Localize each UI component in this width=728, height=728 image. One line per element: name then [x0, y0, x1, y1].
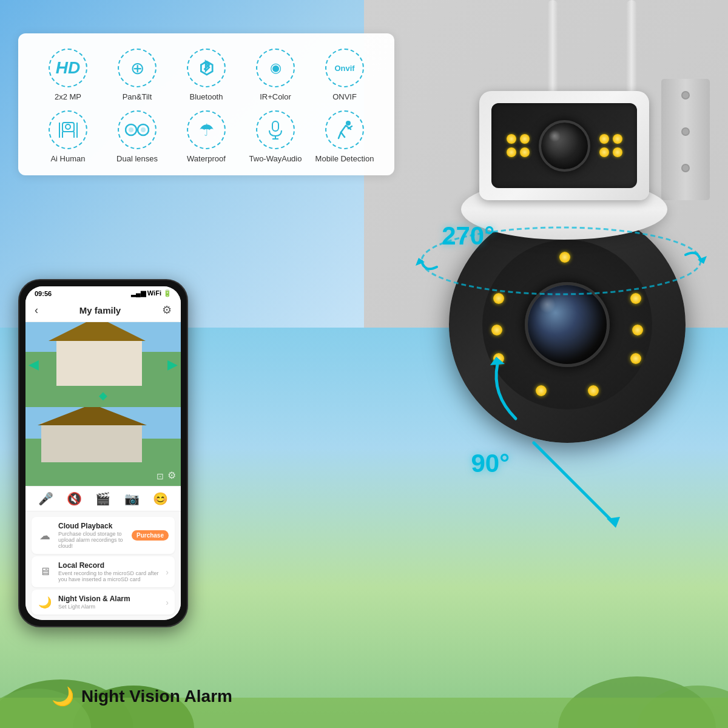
- led-3: [507, 147, 516, 157]
- mobile-detection-icon-circle: [325, 110, 364, 149]
- settings-gear-icon[interactable]: ⚙: [162, 303, 172, 317]
- led-1: [507, 134, 516, 144]
- local-record-item[interactable]: 🖥 Local Record Event recording to the mi…: [32, 556, 175, 587]
- feature-mobile-detection: Mobile Detection: [313, 110, 376, 163]
- feed-settings-icon[interactable]: ⚙: [167, 470, 176, 481]
- phone-screen: 09:56 ▂▄▆ WiFi 🔋 ‹ My family ⚙ ◀ ▶ ◆: [25, 286, 181, 620]
- ai-human-icon-circle: [49, 110, 87, 149]
- running-person-icon: [335, 120, 354, 140]
- volume-control-icon[interactable]: 🔇: [67, 491, 82, 506]
- cloud-playback-item[interactable]: ☁ Cloud Playback Purchase cloud storage …: [32, 517, 175, 554]
- led-4: [520, 147, 530, 157]
- led-6: [613, 134, 622, 144]
- record-control-icon[interactable]: 🎬: [95, 491, 110, 506]
- dual-lenses-icon-circle: [118, 110, 157, 149]
- phone-menu: ☁ Cloud Playback Purchase cloud storage …: [25, 511, 181, 620]
- waterproof-icon-circle: ☂: [187, 110, 226, 149]
- ir-color-icon-circle: ◉: [256, 49, 295, 87]
- hd-icon-circle: HD: [49, 49, 87, 87]
- rotation-270-label: 270°: [442, 221, 494, 251]
- photo-control-icon[interactable]: 📷: [124, 491, 140, 506]
- onvif-icon: Onvif: [334, 64, 354, 73]
- ir-color-label: IR+Color: [260, 92, 291, 101]
- hd-icon-label: HD: [56, 59, 80, 76]
- svg-line-22: [341, 132, 345, 137]
- wall-bracket: [661, 79, 710, 200]
- back-arrow-icon[interactable]: ‹: [35, 304, 38, 317]
- cloud-playback-text: Cloud Playback Purchase cloud storage to…: [58, 522, 126, 549]
- feature-bluetooth: ⬡ Bluetooth: [175, 49, 238, 101]
- screw-mid: [681, 127, 690, 136]
- svg-point-15: [141, 127, 146, 132]
- feature-pan-tilt: ⊕ Pan&Tilt: [106, 49, 169, 101]
- ai-human-icon: [58, 120, 79, 141]
- bluetooth-label: Bluetooth: [190, 92, 223, 101]
- house-body-2: [41, 423, 142, 462]
- feature-ai-human: Ai Human: [36, 110, 99, 163]
- onvif-icon-circle: Onvif: [325, 49, 364, 87]
- upper-lens-shine: [548, 130, 561, 142]
- hd-label: 2x2 MP: [55, 92, 81, 101]
- features-panel: HD 2x2 MP ⊕ Pan&Tilt ⬡ Bluetooth ◉: [18, 33, 394, 175]
- face-control-icon[interactable]: 😊: [153, 491, 168, 506]
- rotation-90-label: 90°: [471, 449, 510, 478]
- cloud-playback-desc: Purchase cloud storage to upload alarm r…: [58, 531, 126, 549]
- house-body-1: [56, 339, 142, 386]
- svg-point-13: [129, 127, 133, 132]
- phone-time: 09:56: [35, 290, 52, 297]
- phone-control-bar: 🎤 🔇 🎬 📷 😊: [25, 486, 181, 511]
- upper-lens-housing: [491, 103, 637, 188]
- led-5: [599, 134, 609, 144]
- phone-title: My family: [79, 305, 121, 315]
- pan-tilt-icon: ⊕: [130, 58, 144, 78]
- purchase-button[interactable]: Purchase: [132, 530, 169, 541]
- svg-line-24: [348, 126, 352, 129]
- upper-led-group-left: [507, 134, 530, 157]
- night-vision-alarm-row: 🌙 Night Vision Alarm: [52, 686, 232, 707]
- two-way-audio-icon-circle: [256, 110, 295, 149]
- night-vision-alarm-item[interactable]: 🌙 Night Vision & Alarm Set Light Alarm ›: [32, 590, 175, 615]
- upper-main-lens: [539, 120, 590, 172]
- phone-header: ‹ My family ⚙: [25, 300, 181, 322]
- mobile-detection-label: Mobile Detection: [315, 154, 374, 163]
- led-2: [520, 134, 530, 144]
- svg-point-19: [346, 121, 351, 126]
- onvif-label: ONVIF: [332, 92, 357, 101]
- local-record-icon: 🖥: [38, 565, 52, 578]
- local-record-arrow-icon: ›: [166, 567, 169, 577]
- bluetooth-icon-circle: ⬡: [187, 49, 226, 87]
- camera-feed-1: ◀ ▶ ◆: [25, 322, 181, 407]
- upper-led-group-right: [599, 134, 622, 157]
- feed-expand-icon[interactable]: ⊡: [157, 471, 164, 481]
- two-way-audio-label: Two-WayAudio: [249, 154, 302, 163]
- phone-signal-icons: ▂▄▆ WiFi 🔋: [131, 289, 172, 297]
- phone-mockup: 09:56 ▂▄▆ WiFi 🔋 ‹ My family ⚙ ◀ ▶ ◆: [18, 279, 188, 627]
- feature-hd: HD 2x2 MP: [36, 49, 99, 101]
- cloud-playback-title: Cloud Playback: [58, 522, 126, 530]
- feature-onvif: Onvif ONVIF: [313, 49, 376, 101]
- microphone-control-icon[interactable]: 🎤: [38, 491, 53, 506]
- svg-line-21: [339, 132, 341, 138]
- feature-two-way-audio: Two-WayAudio: [244, 110, 307, 163]
- svg-marker-28: [607, 517, 620, 528]
- feature-waterproof: ☂ Waterproof: [175, 110, 238, 163]
- camera-feed-2: ⚙ ⊡: [25, 407, 181, 486]
- microphone-icon: [267, 120, 284, 140]
- feature-ir-color: ◉ IR+Color: [244, 49, 307, 101]
- pan-down-icon[interactable]: ◆: [99, 389, 107, 402]
- night-vision-alarm-label: Night Vision Alarm: [81, 687, 232, 706]
- pan-right-arrow-icon[interactable]: ▶: [167, 357, 178, 372]
- night-vision-desc: Set Light Alarm: [58, 604, 160, 610]
- phone-status-bar: 09:56 ▂▄▆ WiFi 🔋: [25, 286, 181, 300]
- night-vision-arrow-icon: ›: [166, 598, 169, 607]
- night-vision-alarm-section: 🌙 Night Vision Alarm: [52, 686, 232, 707]
- svg-line-20: [341, 126, 346, 132]
- phone-body: 09:56 ▂▄▆ WiFi 🔋 ‹ My family ⚙ ◀ ▶ ◆: [18, 279, 188, 627]
- pan-left-arrow-icon[interactable]: ◀: [29, 357, 39, 372]
- screw-bottom: [681, 164, 690, 172]
- screw-top: [681, 91, 690, 99]
- waterproof-label: Waterproof: [187, 154, 226, 163]
- house-roof-1: [49, 322, 146, 341]
- svg-rect-16: [272, 121, 278, 131]
- svg-marker-29: [490, 357, 505, 365]
